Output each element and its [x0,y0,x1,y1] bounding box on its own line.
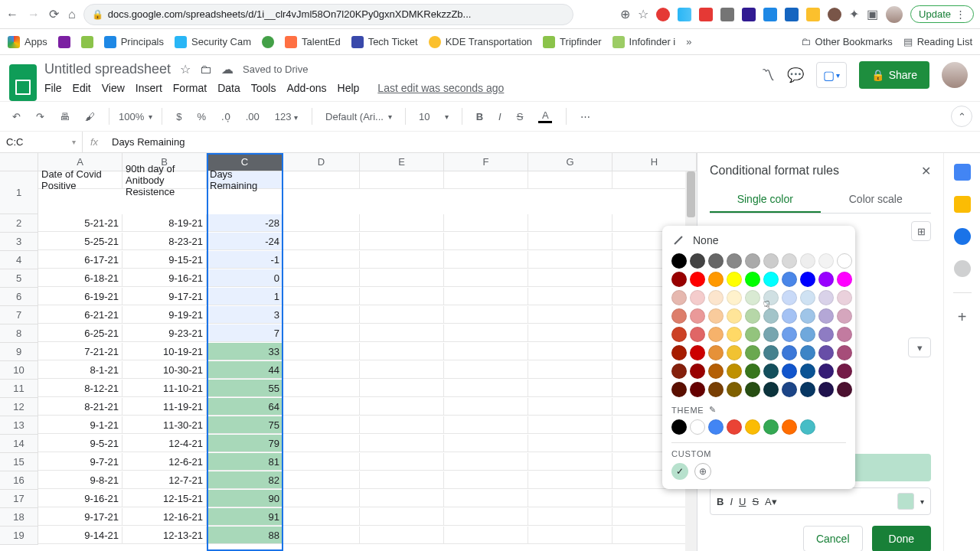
cell[interactable]: 11-10-21 [122,380,207,397]
reload-icon[interactable]: ⟳ [49,7,59,21]
cell[interactable] [444,251,528,269]
color-swatch[interactable] [763,253,779,269]
color-swatch[interactable] [782,253,797,269]
cell[interactable]: 7-21-21 [38,343,122,360]
cast-icon[interactable]: ▣ [867,7,878,21]
undo-icon[interactable]: ↶ [8,108,25,126]
color-swatch[interactable] [727,382,742,397]
color-swatch[interactable] [671,290,687,305]
bookmark-item[interactable] [262,36,274,48]
cell[interactable]: 9-15-21 [122,251,207,269]
color-swatch[interactable] [671,345,687,360]
cell[interactable]: 9-17-21 [122,288,207,305]
cell[interactable] [528,343,612,360]
color-swatch[interactable] [818,364,834,379]
range-grid-icon[interactable]: ⊞ [911,221,931,241]
cell[interactable] [283,251,360,269]
text-color-icon[interactable]: A▾ [765,496,777,507]
cell[interactable] [360,306,444,324]
name-box[interactable]: C:C▾ [0,132,83,152]
col-header-E[interactable]: E [360,153,444,171]
bold-icon[interactable]: B [717,496,724,507]
color-swatch[interactable] [837,364,852,379]
cell[interactable]: 90th day of Anitbody Resistence [122,171,207,189]
cell[interactable] [528,171,612,189]
row-header-9[interactable]: 9 [0,343,38,361]
color-swatch[interactable] [708,327,724,342]
row-header-7[interactable]: 7 [0,306,38,324]
menu-help[interactable]: Help [338,82,360,94]
ext-icon[interactable] [678,8,691,21]
cell[interactable]: 12-16-21 [122,508,207,526]
color-swatch[interactable] [763,290,779,305]
cell[interactable] [444,171,528,189]
color-swatch[interactable] [800,253,815,269]
color-swatch[interactable] [745,253,760,269]
col-header-F[interactable]: F [444,153,528,171]
cell[interactable] [283,398,360,416]
color-swatch[interactable] [818,272,834,287]
color-swatch[interactable] [745,364,760,379]
color-swatch[interactable] [727,290,742,305]
cell[interactable] [360,251,444,269]
print-icon[interactable]: 🖶 [55,108,74,126]
cell[interactable]: 90 [207,490,283,507]
color-swatch[interactable] [800,327,815,342]
cell[interactable]: 12-7-21 [122,471,207,489]
color-swatch[interactable] [690,308,705,324]
color-swatch[interactable] [671,272,687,287]
ext-icon[interactable] [720,8,734,21]
row-header-3[interactable]: 3 [0,233,38,251]
cell[interactable]: 8-1-21 [38,361,122,379]
cell[interactable]: 12-15-21 [122,490,207,507]
cell[interactable]: 6-25-21 [38,324,122,342]
cell[interactable]: Days Remaining [207,171,283,189]
cell[interactable] [528,490,612,507]
color-swatch[interactable] [782,272,797,287]
cell[interactable]: 9-19-21 [122,306,207,324]
menu-tools[interactable]: Tools [251,82,276,94]
row-header-18[interactable]: 18 [0,508,38,527]
row-header-16[interactable]: 16 [0,471,38,490]
cell[interactable] [283,343,360,360]
row-header-17[interactable]: 17 [0,490,38,508]
cell[interactable]: 12-4-21 [122,435,207,452]
strike-icon[interactable]: S [512,108,528,126]
italic-icon[interactable]: I [494,108,506,126]
cell[interactable] [360,453,444,471]
collapse-toolbar-icon[interactable]: ⌃ [951,106,972,127]
cell[interactable]: 10-19-21 [122,343,207,360]
percent-icon[interactable]: % [192,108,211,126]
cell[interactable]: 6-21-21 [38,306,122,324]
bookmark-kde[interactable]: KDE Transportation [429,36,532,48]
color-swatch[interactable] [745,345,760,360]
cell[interactable] [444,471,528,489]
fill-color-icon[interactable] [897,493,914,510]
theme-swatch[interactable] [745,419,760,435]
bookmark-item[interactable] [58,36,70,48]
color-swatch[interactable] [837,327,852,342]
cell[interactable] [528,306,612,324]
row-header-14[interactable]: 14 [0,435,38,453]
cell[interactable]: 9-5-21 [38,435,122,452]
cell[interactable]: 5-21-21 [38,214,122,232]
ext-icon[interactable] [828,8,841,21]
star-icon[interactable]: ☆ [638,7,648,21]
select-all-corner[interactable] [0,153,38,171]
home-icon[interactable]: ⌂ [68,8,76,21]
currency-icon[interactable]: $ [172,108,186,126]
custom-color-selected[interactable]: ✓ [671,463,688,480]
cell[interactable] [444,490,528,507]
cell[interactable]: 11-19-21 [122,398,207,416]
cell[interactable]: 44 [207,361,283,379]
color-swatch[interactable] [745,308,760,324]
cell[interactable]: 6-19-21 [38,288,122,305]
color-swatch[interactable] [690,364,705,379]
cell[interactable] [528,269,612,287]
cell[interactable] [444,269,528,287]
color-swatch[interactable] [727,308,742,324]
color-swatch[interactable] [671,308,687,324]
bookmark-talented[interactable]: TalentEd [285,36,341,48]
bookmark-apps[interactable]: Apps [8,36,47,48]
cell[interactable] [360,490,444,507]
